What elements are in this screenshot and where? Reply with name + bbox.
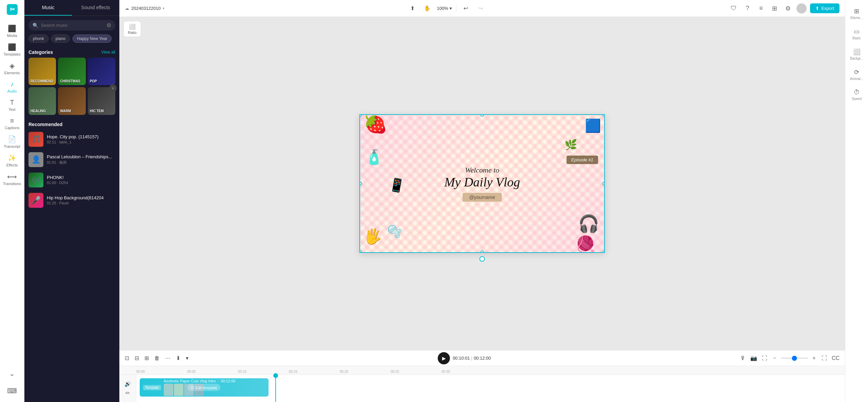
sidebar-collapse-btn[interactable]: ⌄ xyxy=(7,367,17,381)
search-input[interactable] xyxy=(41,23,104,28)
edit-template-btn[interactable]: ⊡ Edit template xyxy=(188,384,220,391)
music-info: Hope. City pop. (1145157) 02:11 · table_… xyxy=(47,134,115,144)
captions-btn[interactable]: CC xyxy=(830,354,841,363)
ratio-btn[interactable]: ⬜ Ratio xyxy=(123,21,141,37)
template-badge: Template xyxy=(143,385,161,390)
edit-icon: ⊡ xyxy=(191,385,194,390)
download-arrow-btn[interactable]: ▾ xyxy=(184,354,190,363)
sidebar-item-effects[interactable]: ✨ Effects xyxy=(0,151,24,170)
speed-icon: ⏱ xyxy=(854,89,860,96)
tag-piano[interactable]: piano xyxy=(51,35,70,43)
rotate-handle[interactable] xyxy=(479,256,485,262)
tag-phonk[interactable]: phonk xyxy=(28,35,48,43)
play-btn[interactable]: ▶ xyxy=(438,352,450,364)
zoom-in-btn[interactable]: ＋ xyxy=(810,353,818,363)
right-panel: ⊞ Eleme... ▭ Basic ⬜ Backgr... ⟳ Animat.… xyxy=(845,0,868,402)
right-panel-speed[interactable]: ⏱ Speed xyxy=(847,85,867,104)
split-horizontal-btn[interactable]: ⊟ xyxy=(133,354,140,363)
search-bar: 🔍 ⚙ xyxy=(28,20,115,31)
template-track-name: Aesthetic Paper Cuts Vlog Intro · 00:12:… xyxy=(164,379,265,383)
tag-happy-new-year[interactable]: Happy New Year xyxy=(73,35,112,43)
chevron-down-icon: ▾ xyxy=(450,6,452,11)
zoom-out-btn[interactable]: － xyxy=(771,353,779,363)
track-content: Template Aesthetic Paper Cuts Vlog Intro… xyxy=(136,375,845,402)
category-healing[interactable]: HEALING xyxy=(28,87,56,115)
help-btn[interactable]: ? xyxy=(742,3,752,14)
timeline-toolbar: ⊡ ⊟ ⊞ 🗑 ⋯ ⬇ ▾ ▶ 00:10:01 | 00:12:00 🎙 📷 … xyxy=(119,350,845,366)
ruler-mark-1: 00:05 xyxy=(187,370,196,374)
mat-deco: 🟦 xyxy=(585,118,601,133)
microphone-btn[interactable]: 🎙 xyxy=(739,354,747,363)
canvas-line2: My Daily Vlog xyxy=(444,175,520,189)
sidebar-item-text[interactable]: T Text xyxy=(0,96,24,114)
shield-icon-btn[interactable]: 🛡 xyxy=(729,3,739,14)
sidebar-item-transitions[interactable]: ⟷ Transitions xyxy=(0,170,24,188)
sidebar-item-media[interactable]: ⬛ Media xyxy=(0,22,24,40)
edit-pen-btn[interactable]: ✏ xyxy=(125,390,130,396)
cloud-icon: ☁ xyxy=(125,6,129,11)
categories-title: Categories xyxy=(28,49,53,55)
time-display: 00:10:01 | 00:12:00 xyxy=(453,356,491,361)
download-btn[interactable]: ⬇ xyxy=(175,354,182,363)
ruler-mark-3: 00:15 xyxy=(289,370,297,374)
category-pop[interactable]: POP xyxy=(88,58,115,85)
redo-btn[interactable]: ↪ xyxy=(475,3,486,14)
category-recommend[interactable]: RECOMMEND xyxy=(28,58,56,85)
pointer-tool-btn[interactable]: ⬆ xyxy=(407,3,418,14)
template-track[interactable]: Template Aesthetic Paper Cuts Vlog Intro… xyxy=(140,378,269,397)
right-panel-basic[interactable]: ▭ Basic xyxy=(847,24,867,43)
sidebar-item-audio[interactable]: ♪ Audio xyxy=(0,78,24,96)
right-panel-background[interactable]: ⬜ Backgr... xyxy=(847,45,867,64)
tab-sound-effects[interactable]: Sound effects xyxy=(72,0,119,16)
zoom-slider[interactable] xyxy=(781,358,808,359)
tab-music[interactable]: Music xyxy=(24,0,72,16)
sidebar-item-captions[interactable]: ≡ Captions xyxy=(0,114,24,133)
music-thumb: 🎶 xyxy=(28,173,43,187)
categories-next-arrow[interactable]: › xyxy=(109,84,117,92)
sidebar-keyboard-btn[interactable]: ⌨ xyxy=(7,384,17,399)
recommended-title: Recommended xyxy=(24,119,119,129)
sidebar-item-elements[interactable]: ◈ Elements xyxy=(0,59,24,78)
camera-btn[interactable]: 📷 xyxy=(749,354,758,363)
settings-btn[interactable]: ⚙ xyxy=(783,3,793,14)
right-panel-elements[interactable]: ⊞ Eleme... xyxy=(847,4,867,23)
category-warm[interactable]: WARM xyxy=(58,87,85,115)
knitting-deco: 🧶 xyxy=(575,235,596,252)
fullscreen-btn[interactable]: ⛶ xyxy=(820,354,828,363)
volume-btn[interactable]: 🔊 xyxy=(124,381,131,387)
split-vertical-btn[interactable]: ⊞ xyxy=(143,354,150,363)
export-btn[interactable]: ⬆ Export xyxy=(810,3,840,13)
crop-btn[interactable]: ⛶ xyxy=(761,354,769,363)
ruler-mark-5: 00:25 xyxy=(391,370,399,374)
handle-bottom-right[interactable] xyxy=(603,250,604,252)
right-panel-animate[interactable]: ⟳ Animat... xyxy=(847,65,867,84)
music-item[interactable]: 👤 Pascal Letoublon – Friendships... 01:0… xyxy=(24,149,119,170)
undo-btn[interactable]: ↩ xyxy=(460,3,471,14)
category-christmas[interactable]: CHRISTMAS xyxy=(58,58,85,85)
canvas-center-content: Episode #1 Welcome to My Daily Vlog @you… xyxy=(376,166,588,202)
copy-btn[interactable]: ⊡ xyxy=(123,354,131,363)
layout-btn[interactable]: ⊞ xyxy=(769,3,780,14)
episode-badge: Episode #1 xyxy=(567,156,598,164)
handle-right-center[interactable] xyxy=(603,182,604,185)
delete-btn[interactable]: 🗑 xyxy=(153,354,161,363)
svg-text:✂: ✂ xyxy=(9,6,15,13)
view-all-link[interactable]: View all xyxy=(101,50,115,55)
more-btn[interactable]: ⋯ xyxy=(164,354,172,363)
hand-tool-btn[interactable]: ✋ xyxy=(422,3,433,14)
list-btn[interactable]: ≡ xyxy=(756,3,766,14)
music-item[interactable]: 🎶 PHONK! 01:00 · D254 xyxy=(24,170,119,190)
music-item[interactable]: 🎵 Hope. City pop. (1145157) 02:11 · tabl… xyxy=(24,129,119,149)
top-bar-tools: ⬆ ✋ 100% ▾ ↩ ↪ xyxy=(407,3,486,14)
avatar[interactable] xyxy=(796,3,807,14)
zoom-control[interactable]: 100% ▾ xyxy=(437,6,452,11)
filter-icon[interactable]: ⚙ xyxy=(106,22,111,28)
categories-grid: RECOMMEND CHRISTMAS POP HEALING WARM HIC… xyxy=(24,58,119,119)
handle-bottom-center[interactable] xyxy=(480,250,484,252)
sidebar-item-transcript[interactable]: 📄 Transcript xyxy=(0,133,24,151)
sidebar: ✂ ⬛ Media ⬛ Templates ◈ Elements ♪ Audio… xyxy=(0,0,24,402)
music-item[interactable]: 🎤 Hip Hop Background(814204 01:25 · Pave… xyxy=(24,190,119,210)
sidebar-item-templates[interactable]: ⬛ Templates xyxy=(0,40,24,59)
project-name[interactable]: ☁ 202403122010 ▾ xyxy=(125,6,164,11)
ruler-mark-6: 00:30 xyxy=(441,370,450,374)
